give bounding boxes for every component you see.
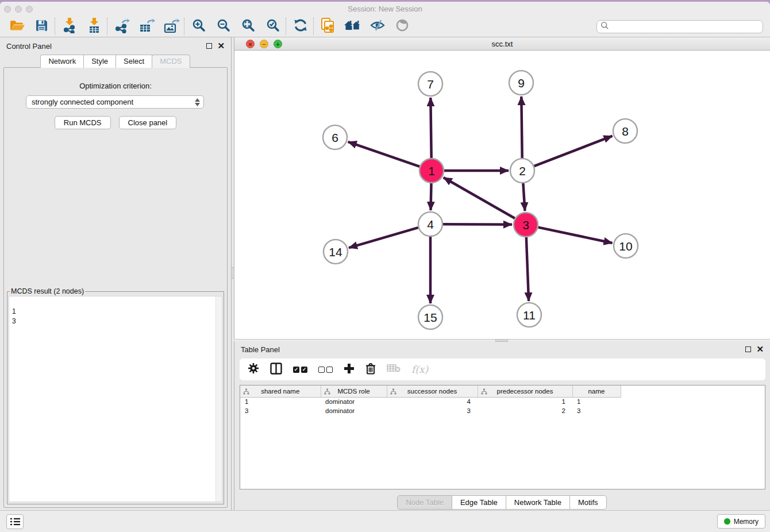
- export-image-icon: [163, 18, 180, 36]
- duplicate-network-button[interactable]: [315, 17, 340, 36]
- table-row[interactable]: 3dominator323: [240, 406, 621, 415]
- table-row[interactable]: 1dominator411: [240, 397, 621, 406]
- table-cell: 3: [240, 406, 321, 415]
- column-header-predecessor-nodes[interactable]: predecessor nodes: [478, 385, 572, 397]
- column-header-name[interactable]: name: [572, 385, 621, 397]
- export-image-button[interactable]: [159, 17, 183, 36]
- network-canvas[interactable]: 1234678910111415: [234, 51, 770, 339]
- network-view-window: × − + scc.txt 1234678910111415: [234, 37, 770, 339]
- splitter-grip[interactable]: [495, 339, 508, 342]
- settings-gear-icon[interactable]: [248, 363, 259, 376]
- tab-mcds[interactable]: MCDS: [152, 55, 190, 68]
- zoom-window-button[interactable]: [26, 6, 33, 13]
- window-title: Session: New Session: [348, 5, 422, 13]
- control-panel-tabs: Network Style Select MCDS: [0, 55, 231, 68]
- dropdown-stepper-icon: [195, 98, 200, 106]
- close-panel-icon[interactable]: ✕: [756, 346, 764, 352]
- column-header-successor-nodes[interactable]: successor nodes: [387, 385, 478, 397]
- minimize-window-button[interactable]: [15, 6, 22, 13]
- add-column-icon[interactable]: [344, 363, 355, 376]
- graph-node-label-15: 15: [424, 311, 437, 324]
- run-mcds-button[interactable]: Run MCDS: [55, 116, 111, 129]
- network-window-titlebar: × − + scc.txt: [234, 37, 770, 51]
- network-maximize-button[interactable]: +: [274, 40, 282, 48]
- table-cell: dominator: [321, 406, 387, 415]
- column-selector-icon[interactable]: [270, 363, 282, 377]
- tab-motifs[interactable]: Motifs: [569, 495, 607, 510]
- tab-edge-table[interactable]: Edge Table: [452, 495, 506, 510]
- tab-select[interactable]: Select: [116, 55, 152, 68]
- export-table-button[interactable]: [134, 17, 159, 36]
- search-field[interactable]: [596, 20, 763, 33]
- import-table-button[interactable]: [82, 17, 106, 36]
- select-all-icon[interactable]: ✓✓: [293, 367, 307, 373]
- graph-edge-3-10[interactable]: [538, 228, 613, 243]
- toolbar-separator: [107, 18, 109, 35]
- table-cell: 3: [387, 406, 478, 415]
- export-table-icon: [138, 18, 155, 36]
- zoom-selected-button[interactable]: [260, 17, 285, 36]
- column-header-MCDS-role[interactable]: MCDS role: [321, 385, 387, 397]
- toolbar-separator: [55, 18, 56, 35]
- network-minimize-button[interactable]: −: [260, 40, 268, 48]
- tab-style[interactable]: Style: [83, 55, 116, 68]
- horizontal-splitter[interactable]: [234, 339, 770, 341]
- memory-button[interactable]: Memory: [717, 514, 765, 529]
- table-cell: 1: [240, 397, 321, 406]
- import-network-icon: [62, 17, 77, 36]
- zoom-fit-button[interactable]: [236, 17, 260, 36]
- graph-edge-2-9[interactable]: [521, 97, 522, 158]
- close-window-button[interactable]: [4, 6, 11, 13]
- search-input[interactable]: [611, 22, 759, 30]
- close-panel-button[interactable]: Close panel: [119, 116, 177, 129]
- graph-edge-2-8[interactable]: [534, 136, 613, 166]
- task-history-button[interactable]: [6, 514, 24, 529]
- export-network-icon: [114, 18, 130, 36]
- delete-column-icon[interactable]: [365, 363, 376, 377]
- show-graphics-details-button[interactable]: [390, 17, 414, 36]
- graph-node-label-7: 7: [427, 78, 434, 91]
- graph-edge-2-3[interactable]: [523, 183, 525, 211]
- node-table-container: shared nameMCDS rolesuccessor nodesprede…: [240, 385, 765, 489]
- graph-edge-3-11[interactable]: [526, 237, 529, 301]
- mcds-result-textarea[interactable]: 1 3: [9, 296, 222, 502]
- table-cell: 3: [572, 406, 621, 415]
- criterion-value: strongly connected component: [32, 98, 133, 106]
- graph-edge-4-14[interactable]: [349, 228, 418, 248]
- graph-edge-1-4[interactable]: [431, 183, 432, 210]
- import-network-button[interactable]: [57, 17, 82, 36]
- save-session-button[interactable]: [29, 17, 54, 36]
- window-controls: [4, 6, 33, 13]
- float-panel-icon[interactable]: [206, 43, 212, 49]
- open-session-button[interactable]: [5, 17, 29, 36]
- graph-edge-3-1[interactable]: [444, 178, 515, 218]
- mcds-result-scrollbar[interactable]: [215, 296, 222, 502]
- graph-edge-1-6[interactable]: [348, 142, 420, 167]
- zoom-in-button[interactable]: [186, 17, 211, 36]
- eye-slash-icon: [369, 19, 386, 34]
- status-bar: Memory: [0, 510, 770, 532]
- titlebar: Session: New Session: [0, 2, 770, 16]
- column-header-shared-name[interactable]: shared name: [240, 385, 321, 397]
- float-panel-icon[interactable]: [745, 346, 751, 352]
- table-cell: dominator: [321, 397, 387, 406]
- network-overview-button[interactable]: [340, 17, 365, 36]
- tab-network[interactable]: Network: [40, 55, 84, 68]
- vertical-splitter[interactable]: [231, 37, 234, 510]
- graph-edge-1-7[interactable]: [430, 98, 431, 158]
- graph-node-label-11: 11: [523, 309, 536, 322]
- criterion-dropdown[interactable]: strongly connected component: [26, 95, 204, 109]
- homes-icon: [344, 19, 362, 34]
- graph-edge-4-3[interactable]: [443, 224, 512, 225]
- zoom-out-button[interactable]: [211, 17, 236, 36]
- hide-graphics-details-button[interactable]: [365, 17, 390, 36]
- tab-node-table[interactable]: Node Table: [397, 495, 452, 510]
- network-close-button[interactable]: ×: [246, 40, 255, 48]
- tab-network-table[interactable]: Network Table: [506, 495, 570, 510]
- network-graph[interactable]: 1234678910111415: [234, 51, 769, 338]
- refresh-button[interactable]: [288, 17, 313, 36]
- deselect-all-icon[interactable]: [318, 367, 333, 373]
- eye-disabled-icon: [395, 18, 410, 34]
- close-panel-icon[interactable]: ✕: [217, 43, 225, 49]
- export-network-button[interactable]: [109, 17, 134, 36]
